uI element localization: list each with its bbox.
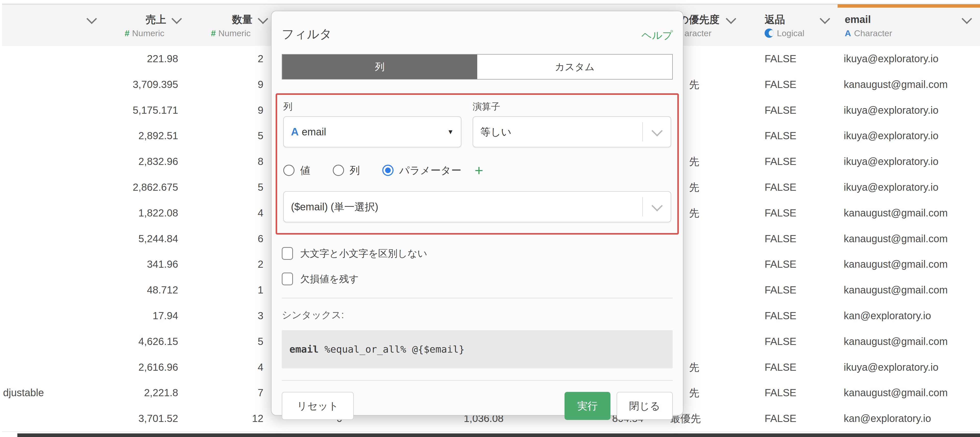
cell-email: ikuya@exploratory.io [838,355,980,380]
cell-quantity: 7 [186,380,272,405]
header-col-blank[interactable] [2,4,104,46]
cell-quantity: 2 [186,46,272,72]
cell-returns: FALSE [759,355,838,380]
column-title: 売上 [146,13,166,27]
column-type: Character [854,28,892,38]
cell-email: kanaugust@gmail.com [838,329,980,355]
column-type: Numeric [218,28,251,38]
cell-returns: FALSE [759,174,838,200]
cell-returns: FALSE [759,303,838,329]
radio-value-label: 値 [300,163,310,177]
cell-email: ikuya@exploratory.io [838,46,980,72]
header-col-sales[interactable]: 売上 #Numeric [104,4,186,46]
checkbox-keep-na[interactable] [282,272,293,285]
cell-sales: 4,626.15 [104,329,186,355]
cell-email: kanaugust@gmail.com [838,72,980,97]
column-select-value: email [302,126,326,138]
cell-quantity: 3 [186,303,272,329]
syntax-keyword: email [290,344,318,355]
chevron-down-icon[interactable] [86,14,97,24]
cell-quantity: 8 [186,149,272,174]
cell-returns: FALSE [759,405,838,431]
cell-returns: FALSE [759,226,838,252]
cell-returns: FALSE [759,97,838,123]
radio-column-label: 列 [350,163,360,177]
operator-select[interactable]: 等しい [473,116,671,147]
cell-returns: FALSE [759,329,838,355]
cell-email: kanaugust@gmail.com [838,380,980,405]
tab-column[interactable]: 列 [282,55,477,79]
cell-sales: 2,616.96 [104,355,186,380]
radio-parameter[interactable] [382,165,393,176]
column-field-label: 列 [283,100,461,113]
app-screen: 売上 #Numeric 数量 #Numeric の優先度 aracter 返品 … [0,0,980,437]
operator-select-value: 等しい [480,125,511,139]
caret-down-icon: ▼ [447,128,454,136]
column-type: Numeric [132,28,164,38]
cell-email: ikuya@exploratory.io [838,149,980,174]
cell-returns: FALSE [759,380,838,405]
cell-email: ikuya@exploratory.io [838,123,980,149]
cell-sales: 3,709.395 [104,72,186,97]
reset-button[interactable]: リセット [282,392,354,420]
cell-returns: FALSE [759,277,838,303]
column-select[interactable]: A email ▼ [283,116,461,147]
header-col-email[interactable]: email ACharacter [838,4,980,46]
chevron-down-icon[interactable] [962,14,972,24]
close-button[interactable]: 閉じる [617,392,673,420]
chevron-down-icon[interactable] [258,14,268,24]
help-link[interactable]: ヘルプ [641,28,673,42]
character-icon: A [845,28,851,38]
chevron-down-icon [652,125,663,136]
syntax-code: email %equal_or_all% @{$email} [282,330,673,369]
numeric-icon: # [211,28,216,38]
chevron-down-icon[interactable] [726,14,736,24]
cell-quantity: 6 [186,226,272,252]
horizontal-scrollbar[interactable] [18,434,980,437]
cell-sales: 5,244.84 [104,226,186,252]
checkbox-keep-na-label: 欠損値を残す [300,272,359,285]
cell-returns: FALSE [759,149,838,174]
chevron-down-icon[interactable] [172,14,182,24]
chevron-down-icon [652,200,663,211]
cell-quantity: 12 [186,405,272,431]
radio-column[interactable] [333,165,344,176]
cell-returns: FALSE [759,72,838,97]
syntax-label: シンタックス: [282,309,673,321]
divider [282,380,673,381]
chevron-down-icon[interactable] [820,14,830,24]
cell-quantity: 4 [186,200,272,226]
header-col-quantity[interactable]: 数量 #Numeric [186,4,272,46]
cell-email: kan@exploratory.io [838,303,980,329]
cell-email: ikuya@exploratory.io [838,174,980,200]
cell-sales: 2,862.675 [104,174,186,200]
parameter-select[interactable]: ($email) (単一選択) [283,191,671,222]
column-title: 返品 [765,13,785,27]
cell-sales: 1,822.08 [104,200,186,226]
cell-sales: 2,221.8 [104,380,186,405]
cell-sales: 341.96 [104,252,186,277]
checkbox-ignore-case[interactable] [282,247,293,260]
header-col-returns[interactable]: 返品 Logical [759,4,838,46]
column-title: email [845,14,871,25]
run-button[interactable]: 実行 [565,392,611,420]
filter-dialog: フィルタ ヘルプ 列 カスタム 列 A email ▼ 演算子 [271,11,683,416]
cell-sales: 221.98 [104,46,186,72]
cell-email: kanaugust@gmail.com [838,252,980,277]
radio-value[interactable] [283,165,294,176]
cell-returns: FALSE [759,252,838,277]
filter-type-tabs: 列 カスタム [282,54,673,79]
tab-custom[interactable]: カスタム [477,55,672,79]
add-parameter-icon[interactable]: + [475,163,484,178]
cell-quantity: 1 [186,277,272,303]
cell-email: kanaugust@gmail.com [838,277,980,303]
cell-sales: 48.712 [104,277,186,303]
cell-sales: 2,892.51 [104,123,186,149]
cell-quantity: 5 [186,174,272,200]
highlighted-filter-section: 列 A email ▼ 演算子 等しい [275,93,679,234]
cell-quantity: 2 [186,252,272,277]
column-title: 数量 [232,13,252,27]
divider [282,298,673,298]
cell-email: kan@exploratory.io [838,405,980,431]
operator-field-label: 演算子 [473,100,671,113]
